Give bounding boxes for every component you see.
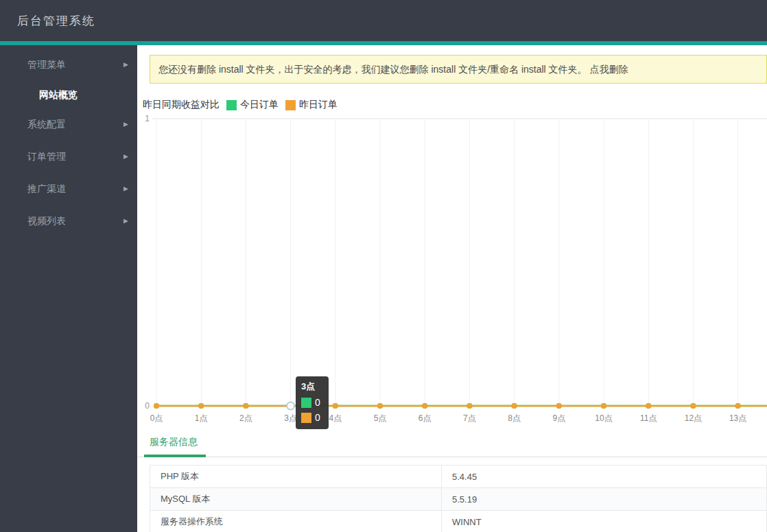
orders-comparison-chart: 昨日同期收益对比 今日订单昨日订单 0点1点2点3点4点5点6点7点8点9点10… [137,96,767,426]
data-point[interactable] [154,403,159,409]
sidebar-item-label: 管理菜单 [27,59,66,70]
data-point[interactable] [198,403,204,409]
data-point[interactable] [646,403,651,409]
main-content: 您还没有删除 install 文件夹，出于安全的考虑，我们建议您删除 insta… [137,45,767,532]
sidebar-item-label: 系统配置 [27,119,66,130]
chart-title: 昨日同期收益对比 [143,99,220,111]
legend-label[interactable]: 昨日订单 [299,99,338,111]
data-point[interactable] [601,403,606,409]
x-tick-label: 0点 [150,413,163,423]
x-tick-label: 12点 [685,413,702,423]
x-tick-label: 13点 [729,413,746,423]
legend-swatch[interactable] [226,100,237,110]
x-tick-label: 7点 [463,413,476,423]
tooltip-value: 0 [315,412,320,423]
tooltip-swatch [301,413,311,423]
tooltip-title: 3点 [301,380,320,393]
table-cell-value: 5.4.45 [442,466,767,488]
tooltip-value: 0 [315,397,320,408]
line-chart-canvas[interactable]: 0点1点2点3点4点5点6点7点8点9点10点11点12点13点01 [137,111,767,426]
table-cell-label: MySQL 版本 [150,488,442,511]
tooltip-swatch [301,398,311,408]
table-row: 服务器操作系统WINNT [150,511,767,532]
y-tick-label: 1 [145,114,150,123]
x-tick-label: 10点 [595,413,612,423]
install-warning-banner: 您还没有删除 install 文件夹，出于安全的考虑，我们建议您删除 insta… [150,55,767,84]
x-tick-label: 5点 [374,413,387,423]
y-tick-label: 0 [145,401,150,411]
sidebar-item-label: 推广渠道 [27,183,66,194]
table-cell-value: WINNT [442,511,767,532]
data-point[interactable] [422,403,427,409]
sidebar-item[interactable]: 系统配置▶ [0,108,137,141]
sidebar-item[interactable]: 推广渠道▶ [0,173,137,205]
chevron-right-icon: ▶ [123,205,128,237]
chevron-right-icon: ▶ [123,141,128,173]
install-warning-text: 您还没有删除 install 文件夹，出于安全的考虑，我们建议您删除 insta… [158,64,590,75]
tooltip-row: 0 [301,410,320,425]
sidebar-item[interactable]: 视频列表▶ [0,205,137,237]
sidebar-item-label: 订单管理 [27,151,66,162]
app-header: 后台管理系统 [0,0,767,41]
sidebar-subitem[interactable]: 网站概览 [0,81,137,108]
tooltip-row: 0 [301,395,320,410]
tooltip-rows: 00 [301,395,320,425]
chevron-right-icon: ▶ [123,108,128,141]
server-info-section: 服务器信息 PHP 版本5.4.45MySQL 版本5.5.19服务器操作系统W… [137,426,767,532]
server-info-table: PHP 版本5.4.45MySQL 版本5.5.19服务器操作系统WINNT [150,465,767,532]
x-tick-label: 4点 [329,413,342,423]
x-tick-label: 8点 [508,413,521,423]
chart-tooltip: 3点 00 [296,376,329,429]
table-row: PHP 版本5.4.45 [150,466,767,488]
chevron-right-icon: ▶ [123,49,128,81]
hovered-data-point[interactable] [287,402,294,410]
tab-bar [137,455,767,457]
x-tick-label: 11点 [640,413,657,423]
sidebar-item[interactable]: 管理菜单▶ [0,49,137,81]
data-point[interactable] [243,403,248,409]
chart-legend: 昨日同期收益对比 今日订单昨日订单 [143,99,338,111]
x-tick-label: 9点 [552,413,565,423]
sidebar-menu: 管理菜单▶网站概览系统配置▶订单管理▶推广渠道▶视频列表▶ [0,49,137,237]
data-point[interactable] [467,403,472,409]
data-point[interactable] [512,403,517,409]
legend-label[interactable]: 今日订单 [240,99,279,111]
data-point[interactable] [377,403,383,409]
table-cell-value: 5.5.19 [442,488,767,511]
table-cell-label: 服务器操作系统 [150,511,442,532]
sidebar-item-label: 视频列表 [27,215,66,226]
table-cell-label: PHP 版本 [150,466,442,488]
admin-page: 后台管理系统 管理菜单▶网站概览系统配置▶订单管理▶推广渠道▶视频列表▶ 您还没… [0,0,767,532]
tab-active-indicator [144,455,206,457]
data-point[interactable] [690,403,696,409]
sidebar: 管理菜单▶网站概览系统配置▶订单管理▶推广渠道▶视频列表▶ [0,45,137,532]
chevron-right-icon: ▶ [123,173,128,205]
data-point[interactable] [556,403,562,409]
app-title: 后台管理系统 [0,13,95,29]
data-point[interactable] [333,403,338,409]
sidebar-item[interactable]: 订单管理▶ [0,141,137,173]
x-tick-label: 6点 [418,413,432,423]
table-row: MySQL 版本5.5.19 [150,488,767,511]
x-tick-label: 2点 [239,413,252,423]
tab-server-info[interactable]: 服务器信息 [150,436,198,448]
data-point[interactable] [735,403,741,409]
delete-install-link[interactable]: 点我删除 [590,64,628,75]
legend-swatch[interactable] [285,100,296,110]
x-tick-label: 1点 [195,413,208,423]
